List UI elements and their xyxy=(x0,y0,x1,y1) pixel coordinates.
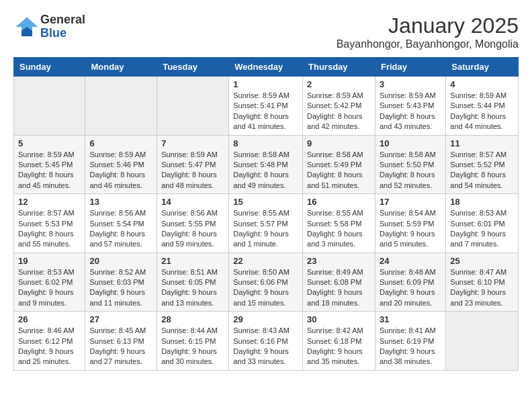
weekday-header-sunday: Sunday xyxy=(14,58,85,77)
day-number: 11 xyxy=(450,138,514,148)
calendar-cell: 23Sunrise: 8:49 AM Sunset: 6:08 PM Dayli… xyxy=(303,253,375,312)
calendar-cell: 6Sunrise: 8:59 AM Sunset: 5:46 PM Daylig… xyxy=(85,135,157,194)
day-number: 31 xyxy=(380,314,441,324)
weekday-header-thursday: Thursday xyxy=(303,58,375,77)
calendar-cell: 26Sunrise: 8:46 AM Sunset: 6:12 PM Dayli… xyxy=(14,312,85,371)
day-info: Sunrise: 8:59 AM Sunset: 5:47 PM Dayligh… xyxy=(161,150,224,191)
day-info: Sunrise: 8:52 AM Sunset: 6:03 PM Dayligh… xyxy=(89,267,152,309)
day-number: 13 xyxy=(89,197,152,207)
day-number: 27 xyxy=(89,314,152,324)
weekday-header-tuesday: Tuesday xyxy=(157,58,229,77)
calendar-cell: 31Sunrise: 8:41 AM Sunset: 6:19 PM Dayli… xyxy=(375,312,445,371)
calendar-cell: 17Sunrise: 8:54 AM Sunset: 5:59 PM Dayli… xyxy=(375,194,445,253)
day-info: Sunrise: 8:43 AM Sunset: 6:16 PM Dayligh… xyxy=(233,326,298,367)
day-number: 12 xyxy=(18,197,81,207)
day-number: 6 xyxy=(89,138,152,148)
day-info: Sunrise: 8:44 AM Sunset: 6:15 PM Dayligh… xyxy=(161,326,224,367)
calendar-week-2: 5Sunrise: 8:59 AM Sunset: 5:45 PM Daylig… xyxy=(14,135,519,194)
day-number: 24 xyxy=(380,256,441,266)
day-number: 10 xyxy=(380,138,441,148)
calendar-cell: 24Sunrise: 8:48 AM Sunset: 6:09 PM Dayli… xyxy=(375,253,445,312)
day-info: Sunrise: 8:45 AM Sunset: 6:13 PM Dayligh… xyxy=(89,326,152,367)
day-number: 1 xyxy=(233,79,298,89)
day-number: 14 xyxy=(161,197,224,207)
day-number: 29 xyxy=(233,314,298,324)
day-info: Sunrise: 8:48 AM Sunset: 6:09 PM Dayligh… xyxy=(380,267,441,309)
calendar-cell: 7Sunrise: 8:59 AM Sunset: 5:47 PM Daylig… xyxy=(157,135,229,194)
calendar-cell: 22Sunrise: 8:50 AM Sunset: 6:06 PM Dayli… xyxy=(229,253,303,312)
day-number: 28 xyxy=(161,314,224,324)
day-number: 4 xyxy=(450,79,514,89)
day-info: Sunrise: 8:59 AM Sunset: 5:42 PM Dayligh… xyxy=(307,91,371,132)
day-info: Sunrise: 8:58 AM Sunset: 5:49 PM Dayligh… xyxy=(307,150,371,191)
day-number: 5 xyxy=(18,138,81,148)
calendar-cell: 11Sunrise: 8:57 AM Sunset: 5:52 PM Dayli… xyxy=(446,135,519,194)
logo-text: General Blue xyxy=(40,13,85,40)
title-block: January 2025 Bayanhongor, Bayanhongor, M… xyxy=(337,13,519,50)
day-number: 21 xyxy=(161,256,224,266)
weekday-header-saturday: Saturday xyxy=(446,58,519,77)
logo-icon xyxy=(13,15,38,39)
logo: General Blue xyxy=(13,13,85,40)
calendar-cell: 2Sunrise: 8:59 AM Sunset: 5:42 PM Daylig… xyxy=(303,77,375,136)
day-number: 2 xyxy=(307,79,371,89)
day-info: Sunrise: 8:56 AM Sunset: 5:55 PM Dayligh… xyxy=(161,208,224,250)
day-info: Sunrise: 8:55 AM Sunset: 5:57 PM Dayligh… xyxy=(233,208,298,250)
day-number: 7 xyxy=(161,138,224,148)
day-info: Sunrise: 8:49 AM Sunset: 6:08 PM Dayligh… xyxy=(307,267,371,309)
calendar-cell xyxy=(157,77,229,136)
logo-general: General xyxy=(40,13,85,27)
day-number: 18 xyxy=(450,197,514,207)
calendar-cell xyxy=(85,77,157,136)
calendar-cell: 14Sunrise: 8:56 AM Sunset: 5:55 PM Dayli… xyxy=(157,194,229,253)
calendar-cell: 9Sunrise: 8:58 AM Sunset: 5:49 PM Daylig… xyxy=(303,135,375,194)
calendar-cell: 8Sunrise: 8:58 AM Sunset: 5:48 PM Daylig… xyxy=(229,135,303,194)
day-info: Sunrise: 8:46 AM Sunset: 6:12 PM Dayligh… xyxy=(18,326,81,367)
weekday-header-wednesday: Wednesday xyxy=(229,58,303,77)
calendar-cell: 1Sunrise: 8:59 AM Sunset: 5:41 PM Daylig… xyxy=(229,77,303,136)
day-info: Sunrise: 8:53 AM Sunset: 6:01 PM Dayligh… xyxy=(450,208,514,250)
calendar-cell: 16Sunrise: 8:55 AM Sunset: 5:58 PM Dayli… xyxy=(303,194,375,253)
calendar-cell: 13Sunrise: 8:56 AM Sunset: 5:54 PM Dayli… xyxy=(85,194,157,253)
day-info: Sunrise: 8:59 AM Sunset: 5:43 PM Dayligh… xyxy=(380,91,441,132)
logo-blue: Blue xyxy=(40,27,85,40)
day-info: Sunrise: 8:42 AM Sunset: 6:18 PM Dayligh… xyxy=(307,326,371,367)
day-number: 23 xyxy=(307,256,371,266)
day-info: Sunrise: 8:50 AM Sunset: 6:06 PM Dayligh… xyxy=(233,267,298,309)
day-info: Sunrise: 8:57 AM Sunset: 5:52 PM Dayligh… xyxy=(450,150,514,191)
calendar-cell: 10Sunrise: 8:58 AM Sunset: 5:50 PM Dayli… xyxy=(375,135,445,194)
day-info: Sunrise: 8:58 AM Sunset: 5:50 PM Dayligh… xyxy=(380,150,441,191)
calendar-cell: 12Sunrise: 8:57 AM Sunset: 5:53 PM Dayli… xyxy=(14,194,85,253)
day-info: Sunrise: 8:58 AM Sunset: 5:48 PM Dayligh… xyxy=(233,150,298,191)
day-number: 16 xyxy=(307,197,371,207)
calendar-cell: 30Sunrise: 8:42 AM Sunset: 6:18 PM Dayli… xyxy=(303,312,375,371)
calendar-week-1: 1Sunrise: 8:59 AM Sunset: 5:41 PM Daylig… xyxy=(14,77,519,136)
calendar-cell: 27Sunrise: 8:45 AM Sunset: 6:13 PM Dayli… xyxy=(85,312,157,371)
day-info: Sunrise: 8:56 AM Sunset: 5:54 PM Dayligh… xyxy=(89,208,152,250)
calendar-week-5: 26Sunrise: 8:46 AM Sunset: 6:12 PM Dayli… xyxy=(14,312,519,371)
calendar-week-3: 12Sunrise: 8:57 AM Sunset: 5:53 PM Dayli… xyxy=(14,194,519,253)
location-title: Bayanhongor, Bayanhongor, Mongolia xyxy=(337,38,519,50)
day-info: Sunrise: 8:55 AM Sunset: 5:58 PM Dayligh… xyxy=(307,208,371,250)
day-info: Sunrise: 8:57 AM Sunset: 5:53 PM Dayligh… xyxy=(18,208,81,250)
calendar-cell xyxy=(14,77,85,136)
day-info: Sunrise: 8:59 AM Sunset: 5:46 PM Dayligh… xyxy=(89,150,152,191)
day-info: Sunrise: 8:59 AM Sunset: 5:45 PM Dayligh… xyxy=(18,150,81,191)
calendar-cell: 4Sunrise: 8:59 AM Sunset: 5:44 PM Daylig… xyxy=(446,77,519,136)
day-number: 20 xyxy=(89,256,152,266)
day-number: 9 xyxy=(307,138,371,148)
month-title: January 2025 xyxy=(337,13,519,38)
day-number: 8 xyxy=(233,138,298,148)
calendar-cell: 19Sunrise: 8:53 AM Sunset: 6:02 PM Dayli… xyxy=(14,253,85,312)
calendar-cell: 25Sunrise: 8:47 AM Sunset: 6:10 PM Dayli… xyxy=(446,253,519,312)
day-number: 26 xyxy=(18,314,81,324)
day-info: Sunrise: 8:59 AM Sunset: 5:44 PM Dayligh… xyxy=(450,91,514,132)
day-number: 3 xyxy=(380,79,441,89)
calendar-cell: 3Sunrise: 8:59 AM Sunset: 5:43 PM Daylig… xyxy=(375,77,445,136)
calendar-cell xyxy=(446,312,519,371)
calendar-cell: 29Sunrise: 8:43 AM Sunset: 6:16 PM Dayli… xyxy=(229,312,303,371)
weekday-header-row: SundayMondayTuesdayWednesdayThursdayFrid… xyxy=(14,58,519,77)
day-number: 15 xyxy=(233,197,298,207)
day-number: 25 xyxy=(450,256,514,266)
calendar-week-4: 19Sunrise: 8:53 AM Sunset: 6:02 PM Dayli… xyxy=(14,253,519,312)
